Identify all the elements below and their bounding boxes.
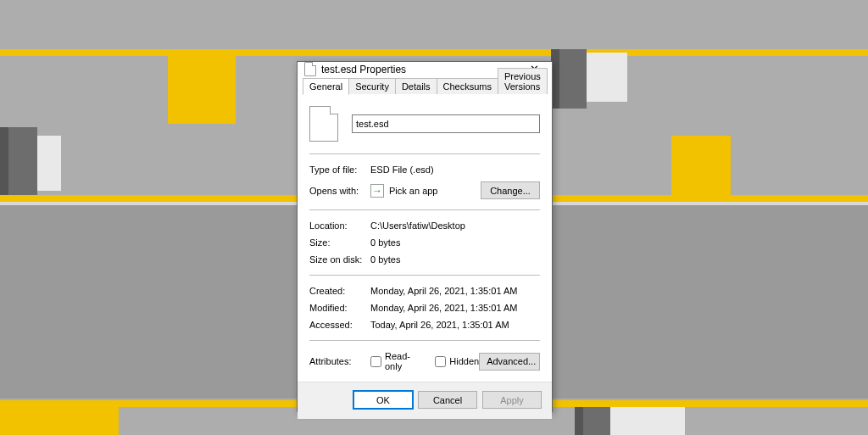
value-modified: Monday, April 26, 2021, 1:35:01 AM — [370, 303, 540, 313]
label-read-only: Read-only — [385, 351, 423, 371]
label-created: Created: — [309, 286, 370, 296]
label-hidden: Hidden — [449, 356, 479, 366]
dialog-footer: OK Cancel Apply — [298, 382, 552, 419]
window-title: test.esd Properties — [321, 64, 521, 75]
tab-details[interactable]: Details — [395, 78, 437, 94]
file-properties-dialog: test.esd Properties ✕ General Security D… — [297, 61, 553, 412]
advanced-button[interactable]: Advanced... — [479, 353, 540, 371]
value-accessed: Today, April 26, 2021, 1:35:01 AM — [370, 320, 540, 330]
label-location: Location: — [309, 220, 370, 231]
label-attributes: Attributes: — [309, 356, 370, 366]
value-location: C:\Users\fatiw\Desktop — [370, 220, 540, 231]
change-button[interactable]: Change... — [481, 181, 540, 199]
cancel-button[interactable]: Cancel — [418, 391, 477, 409]
tabstrip: General Security Details Checksums Previ… — [298, 76, 552, 94]
tab-checksums[interactable]: Checksums — [437, 78, 498, 94]
tab-panel-general: Type of file: ESD File (.esd) Opens with… — [298, 94, 552, 382]
label-size: Size: — [309, 237, 370, 248]
filename-input[interactable] — [352, 114, 540, 133]
tab-general[interactable]: General — [303, 78, 349, 95]
label-modified: Modified: — [309, 303, 370, 313]
pick-app-icon: → — [370, 184, 384, 198]
value-created: Monday, April 26, 2021, 1:35:01 AM — [370, 286, 540, 296]
label-type-of-file: Type of file: — [309, 165, 370, 175]
value-size-on-disk: 0 bytes — [370, 254, 540, 265]
value-type-of-file: ESD File (.esd) — [370, 165, 540, 175]
tab-security[interactable]: Security — [348, 78, 396, 94]
value-opens-with: Pick an app — [389, 186, 437, 196]
checkbox-read-only[interactable] — [370, 356, 381, 367]
label-opens-with: Opens with: — [309, 186, 370, 196]
file-type-icon — [309, 106, 338, 142]
checkbox-hidden[interactable] — [435, 356, 446, 367]
apply-button[interactable]: Apply — [482, 391, 542, 409]
label-size-on-disk: Size on disk: — [309, 254, 370, 265]
label-accessed: Accessed: — [309, 320, 370, 330]
value-size: 0 bytes — [370, 237, 540, 248]
file-icon — [304, 62, 316, 76]
tab-previous-versions[interactable]: Previous Versions — [498, 68, 548, 94]
ok-button[interactable]: OK — [353, 391, 413, 409]
